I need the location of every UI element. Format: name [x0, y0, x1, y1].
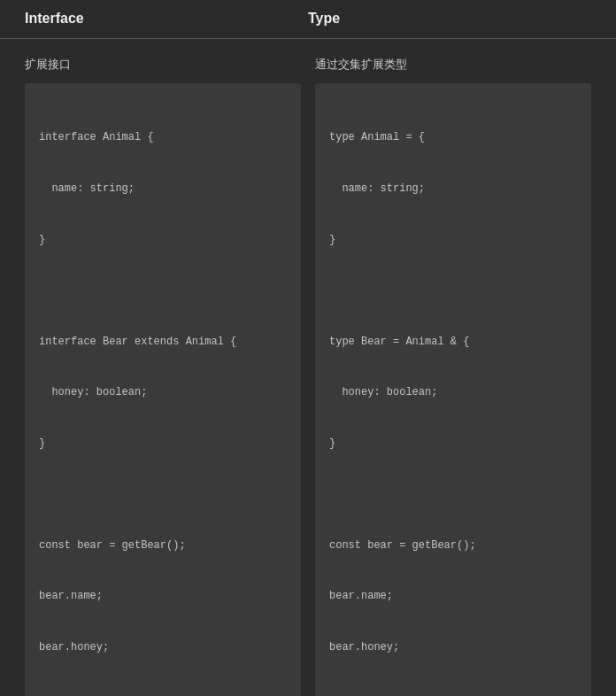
code-line: name: string; [329, 181, 577, 197]
code-line: type Bear = Animal & { [329, 334, 577, 351]
code-line: } [329, 436, 577, 452]
code-line: const bear = getBear(); [329, 537, 577, 554]
code-line: honey: boolean; [329, 384, 577, 401]
code-line [39, 486, 287, 503]
code-line: interface Bear extends Animal { [39, 334, 287, 351]
code-line [329, 486, 577, 503]
code-line: honey: boolean; [39, 384, 287, 401]
code-line: } [39, 436, 287, 452]
code-line: interface Animal { [39, 129, 287, 146]
code-line: bear.honey; [39, 639, 287, 656]
code-line [39, 282, 287, 299]
section1-col1: 扩展接口 interface Animal { name: string; } … [25, 57, 301, 696]
code-line: bear.name; [39, 588, 287, 605]
code-line [329, 282, 577, 299]
code-line: bear.name; [329, 588, 577, 605]
header-col-interface: Interface [25, 11, 308, 27]
header: Interface Type [0, 0, 616, 39]
section1-code2: type Animal = { name: string; } type Bea… [315, 83, 591, 696]
section-extend: 扩展接口 interface Animal { name: string; } … [0, 39, 616, 696]
header-type-title: Type [308, 11, 340, 26]
section1-label2: 通过交集扩展类型 [315, 57, 591, 73]
section1-col2: 通过交集扩展类型 type Animal = { name: string; }… [315, 57, 591, 696]
section1-label1: 扩展接口 [25, 57, 301, 73]
header-col-type: Type [308, 11, 591, 27]
code-line: bear.honey; [329, 639, 577, 656]
code-line: type Animal = { [329, 129, 577, 146]
header-interface-title: Interface [25, 11, 84, 26]
code-line: } [329, 232, 577, 249]
section1-code1: interface Animal { name: string; } inter… [25, 83, 301, 696]
code-line: const bear = getBear(); [39, 537, 287, 554]
code-line: name: string; [39, 181, 287, 197]
code-line: } [39, 232, 287, 249]
